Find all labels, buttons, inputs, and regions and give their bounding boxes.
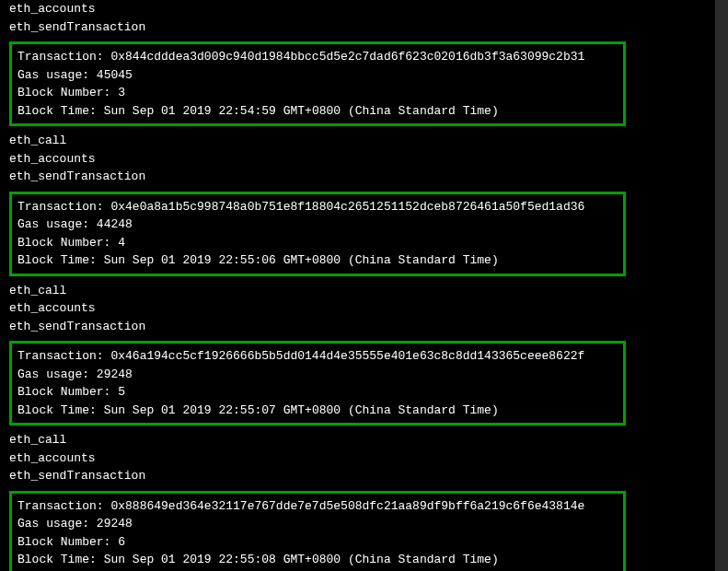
tx-hash-line: Transaction: 0x844cdddea3d009c940d1984bb… <box>17 48 618 66</box>
gas-label: Gas usage: <box>17 68 89 82</box>
block-num-label: Block Number: <box>17 535 110 549</box>
log-line: eth_accounts <box>9 449 715 468</box>
tx-hash: 0x844cdddea3d009c940d1984bbcc5d5e2c7dad6… <box>110 50 584 64</box>
block-num-value: 4 <box>118 236 125 250</box>
tx-label: Transaction: <box>17 200 104 214</box>
tx-hash-line: Transaction: 0x888649ed364e32117e767dde7… <box>17 497 618 516</box>
block-num-value: 3 <box>118 86 125 99</box>
gas-label: Gas usage: <box>17 217 89 231</box>
block-time-label: Block Time: <box>17 104 97 118</box>
tx-hash: 0x4e0a8a1b5c998748a0b751e8f18804c2651251… <box>110 200 584 214</box>
tx-label: Transaction: <box>17 499 104 513</box>
block-time-value: Sun Sep 01 2019 22:54:59 GMT+0800 (China… <box>104 104 499 118</box>
block-num-value: 6 <box>118 535 125 549</box>
gas-line: Gas usage: 29248 <box>17 366 618 384</box>
gas-value: 29248 <box>97 367 133 381</box>
block-time-label: Block Time: <box>17 553 97 566</box>
transaction-box: Transaction: 0x888649ed364e32117e767dde7… <box>9 491 626 572</box>
transaction-box: Transaction: 0x844cdddea3d009c940d1984bb… <box>9 41 626 126</box>
log-line: eth_sendTransaction <box>9 467 715 485</box>
gas-value: 45045 <box>97 68 133 82</box>
transaction-box: Transaction: 0x4e0a8a1b5c998748a0b751e8f… <box>9 192 626 276</box>
block-time-line: Block Time: Sun Sep 01 2019 22:55:06 GMT… <box>17 251 618 270</box>
log-line: eth_accounts <box>9 150 715 169</box>
gas-value: 29248 <box>97 517 133 530</box>
block-num-line: Block Number: 6 <box>17 533 618 552</box>
log-line: eth_sendTransaction <box>9 168 715 186</box>
block-time-label: Block Time: <box>17 253 97 267</box>
block-time-line: Block Time: Sun Sep 01 2019 22:55:07 GMT… <box>17 402 618 420</box>
gas-label: Gas usage: <box>17 367 89 381</box>
gas-line: Gas usage: 45045 <box>17 66 618 85</box>
gas-line: Gas usage: 44248 <box>17 216 618 234</box>
tx-hash: 0x888649ed364e32117e767dde7e7d5e508dfc21… <box>110 499 584 513</box>
block-num-line: Block Number: 4 <box>17 234 618 252</box>
block-num-line: Block Number: 5 <box>17 383 618 402</box>
block-num-label: Block Number: <box>17 385 110 399</box>
block-time-label: Block Time: <box>17 403 97 417</box>
transaction-box: Transaction: 0x46a194cc5cf1926666b5b5dd0… <box>9 341 626 425</box>
tx-hash: 0x46a194cc5cf1926666b5b5dd0144d4e35555e4… <box>110 349 584 363</box>
tx-hash-line: Transaction: 0x4e0a8a1b5c998748a0b751e8f… <box>17 198 618 216</box>
gas-label: Gas usage: <box>17 517 89 530</box>
block-num-label: Block Number: <box>17 86 110 99</box>
gas-value: 44248 <box>97 217 133 231</box>
block-time-line: Block Time: Sun Sep 01 2019 22:54:59 GMT… <box>17 102 618 121</box>
block-num-line: Block Number: 3 <box>17 84 618 102</box>
log-line: eth_call <box>9 132 715 150</box>
block-time-value: Sun Sep 01 2019 22:55:07 GMT+0800 (China… <box>104 403 499 417</box>
terminal-output: eth_accounts eth_sendTransaction Transac… <box>0 0 715 571</box>
log-line: eth_accounts <box>9 299 715 318</box>
block-time-value: Sun Sep 01 2019 22:55:08 GMT+0800 (China… <box>104 553 499 566</box>
block-time-line: Block Time: Sun Sep 01 2019 22:55:08 GMT… <box>17 551 618 569</box>
log-line: eth_sendTransaction <box>9 318 715 336</box>
tx-hash-line: Transaction: 0x46a194cc5cf1926666b5b5dd0… <box>17 347 618 366</box>
log-line: eth_sendTransaction <box>9 18 715 37</box>
tx-label: Transaction: <box>17 50 104 64</box>
block-time-value: Sun Sep 01 2019 22:55:06 GMT+0800 (China… <box>104 253 499 267</box>
log-line: eth_call <box>9 282 715 300</box>
block-num-value: 5 <box>118 385 125 399</box>
log-line: eth_call <box>9 431 715 449</box>
block-num-label: Block Number: <box>17 236 110 250</box>
gas-line: Gas usage: 29248 <box>17 515 618 533</box>
log-line: eth_accounts <box>9 0 715 18</box>
tx-label: Transaction: <box>17 349 104 363</box>
